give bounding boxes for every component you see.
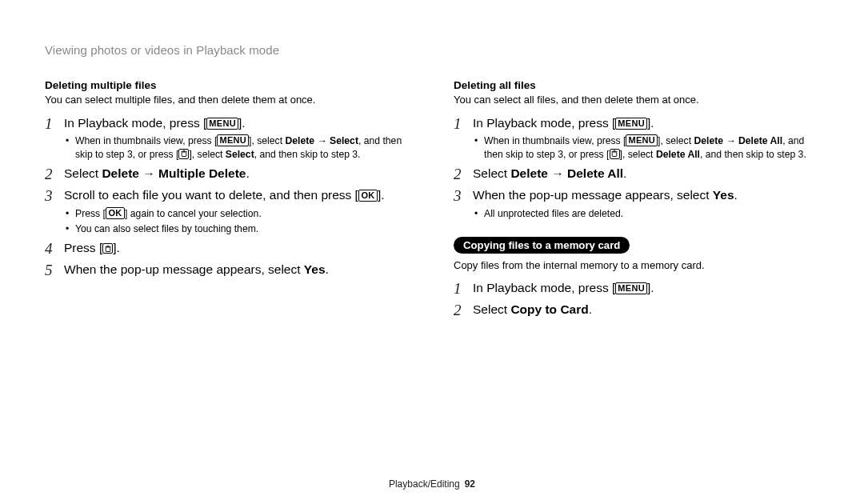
svg-rect-6 [612, 152, 617, 157]
menu-icon: MENU [626, 134, 658, 146]
steps-list: In Playback mode, press [MENU]. When in … [454, 115, 819, 221]
menu-icon: MENU [615, 282, 647, 294]
step-1: In Playback mode, press [MENU]. [454, 280, 819, 297]
section-title: Deleting all files [454, 79, 819, 91]
manual-page: Viewing photos or videos in Playback mod… [0, 0, 864, 504]
trash-icon [610, 149, 620, 159]
step-1: In Playback mode, press [MENU]. When in … [45, 115, 410, 162]
step-2: Select Delete → Delete All. [454, 166, 819, 182]
page-header: Viewing photos or videos in Playback mod… [45, 43, 819, 57]
footer-section: Playback/Editing [389, 478, 460, 490]
section-subtitle: Copy files from the internal memory to a… [454, 258, 819, 273]
section-title: Deleting multiple files [45, 79, 410, 91]
page-number: 92 [465, 478, 475, 490]
note: You can also select files by touching th… [64, 222, 410, 235]
svg-rect-3 [106, 247, 110, 252]
step-2: Select Copy to Card. [454, 302, 819, 318]
steps-list: In Playback mode, press [MENU]. Select C… [454, 280, 819, 318]
note: Press [OK] again to cancel your selectio… [64, 207, 410, 220]
section-subtitle: You can select multiple files, and then … [45, 93, 410, 107]
ok-icon: OK [358, 190, 378, 202]
notes-list: Press [OK] again to cancel your selectio… [64, 207, 410, 235]
two-column-layout: Deleting multiple files You can select m… [45, 79, 819, 323]
trash-icon [102, 243, 113, 254]
notes-list: All unprotected files are deleted. [473, 207, 819, 220]
menu-icon: MENU [615, 118, 647, 130]
step-text: In Playback mode, press [ [64, 116, 206, 130]
step-text: ]. [238, 116, 246, 130]
step-4: Press []. [45, 240, 410, 257]
ok-icon: OK [106, 207, 125, 219]
right-column: Deleting all files You can select all fi… [454, 79, 819, 323]
menu-icon: MENU [217, 134, 249, 146]
step-1: In Playback mode, press [MENU]. When in … [454, 115, 819, 162]
note: When in thumbnails view, press [MENU], s… [473, 134, 819, 161]
svg-rect-0 [182, 152, 186, 157]
left-column: Deleting multiple files You can select m… [45, 79, 410, 323]
notes-list: When in thumbnails view, press [MENU], s… [64, 134, 410, 161]
step-5: When the pop-up message appears, select … [45, 262, 410, 278]
notes-list: When in thumbnails view, press [MENU], s… [473, 134, 819, 161]
step-3: When the pop-up message appears, select … [454, 187, 819, 220]
note: When in thumbnails view, press [MENU], s… [64, 134, 410, 161]
menu-icon: MENU [206, 118, 238, 130]
note: All unprotected files are deleted. [473, 207, 819, 220]
section-pill: Copying files to a memory card [454, 237, 630, 254]
step-3: Scroll to each file you want to delete, … [45, 187, 410, 235]
section-subtitle: You can select all files, and then delet… [454, 93, 819, 107]
trash-icon [178, 149, 189, 159]
step-2: Select Delete → Multiple Delete. [45, 166, 410, 182]
page-footer: Playback/Editing92 [0, 478, 864, 490]
steps-list: In Playback mode, press [MENU]. When in … [45, 115, 410, 278]
